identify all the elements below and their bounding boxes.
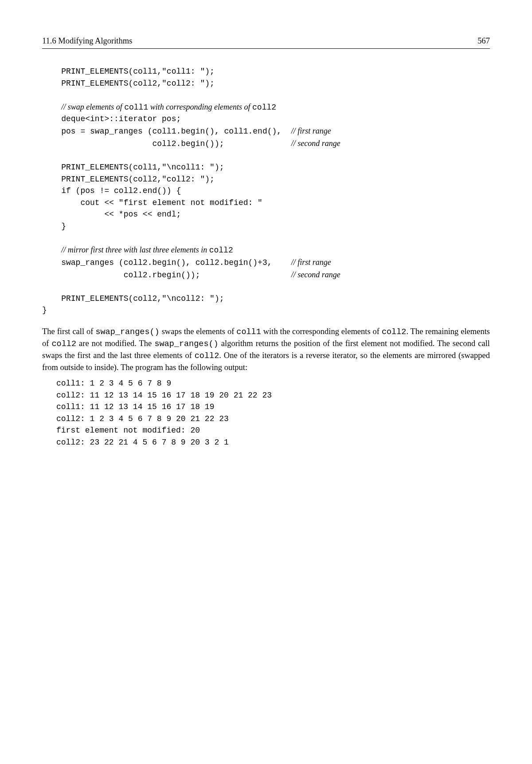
page-header: 11.6 Modifying Algorithms 567 <box>42 35 490 49</box>
body-paragraph: The first call of swap_ranges() swaps th… <box>42 326 490 373</box>
program-output: coll1: 1 2 3 4 5 6 7 8 9coll2: 11 12 13 … <box>56 378 490 449</box>
page-number: 567 <box>477 35 490 47</box>
code-listing: PRINT_ELEMENTS(coll1,"coll1: "); PRINT_E… <box>42 66 490 316</box>
section-title: 11.6 Modifying Algorithms <box>42 35 132 47</box>
